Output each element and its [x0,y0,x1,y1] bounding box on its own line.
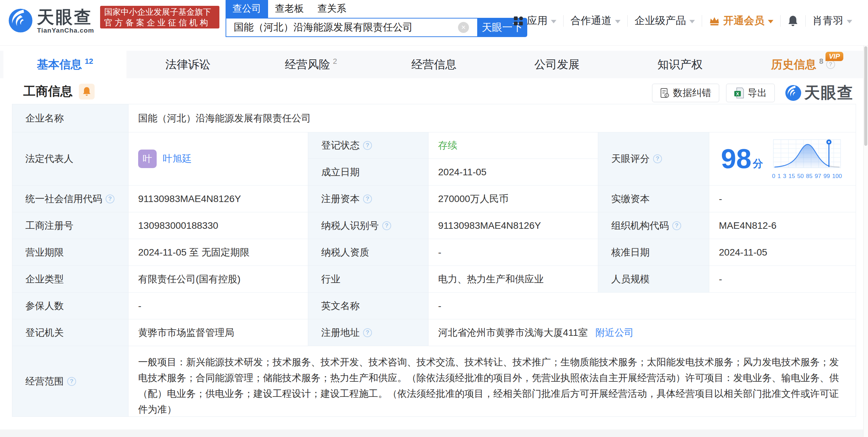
nav-user[interactable]: 肖青羽 [806,14,859,28]
nav-notifications[interactable] [781,15,805,27]
eye-logo-icon [8,8,33,33]
est-date-value: 2024-11-05 [429,159,598,186]
reg-authority-value: 黄骅市市场监督管理局 [129,319,308,346]
company-name-value: 国能（河北）沿海能源发展有限责任公司 [129,104,856,132]
business-term-value: 2024-11-05 至 无固定期限 [129,239,308,266]
clear-search-icon[interactable]: × [458,22,469,33]
help-icon[interactable]: ? [363,194,372,203]
tianyancha-company-page: 天眼查 TianYanCha.com 国家中小企业发展子基金旗下 官方备案企业征… [0,0,868,437]
credit-code-value: 91130983MAE4N8126Y [129,186,308,212]
help-icon[interactable]: ? [67,377,76,386]
export-button[interactable]: X 导出 [726,84,775,102]
field-label: 登记机关 [12,319,129,346]
field-label: 实缴资本 [598,186,709,212]
field-label: 工商注册号 [12,212,129,239]
company-type-value: 有限责任公司(国有控股) [129,266,308,293]
chevron-down-icon [768,20,773,23]
score-value: 98 [721,145,751,173]
scrollbar-thumb[interactable] [864,46,867,146]
business-scope-value: 一般项目：新兴能源技术研发；技术服务、技术开发、技术咨询、技术交流、技术转让、技… [129,346,856,416]
legal-rep-link[interactable]: 叶旭廷 [163,152,192,165]
field-label: 统一社会信用代码 ? [12,186,129,212]
username: 肖青羽 [812,14,843,28]
business-info-table: 企业名称 国能（河北）沿海能源发展有限责任公司 法定代表人 叶 叶旭廷 登记状态… [12,104,856,417]
reg-number-value: 130983000188330 [129,212,308,239]
tab-company-development[interactable]: 公司发展 [495,51,618,78]
field-label: 法定代表人 [12,132,129,186]
crown-icon [709,16,720,26]
tab-history-info[interactable]: 历史信息 8 ? VIP [742,51,865,78]
help-icon[interactable]: ? [382,221,391,230]
top-nav: 应用 合作通道 企业级产品 开通会员 [506,14,859,28]
help-icon[interactable]: ? [826,60,835,69]
nav-apps[interactable]: 应用 [506,14,563,28]
nav-enterprise-products[interactable]: 企业级产品 [628,14,702,28]
scrollbar-track[interactable] [863,0,868,437]
legal-rep-cell: 叶 叶旭廷 [129,132,308,186]
tab-legal-proceedings[interactable]: 法律诉讼 [126,51,250,78]
field-label: 营业期限 [12,239,129,266]
data-correction-button[interactable]: 数据纠错 [652,84,719,102]
taxpayer-quality-value: - [429,239,598,266]
field-label: 天眼评分 ? [598,132,709,186]
reg-address-value: 河北省沧州市黄骅市浅海大厦411室 [438,326,588,339]
help-icon[interactable]: ? [653,154,662,163]
field-label: 企业名称 [12,104,129,132]
vip-badge: VIP [825,52,843,61]
nav-open-vip[interactable]: 开通会员 [702,14,780,28]
field-label: 核准日期 [598,239,709,266]
bell-icon [787,15,798,27]
gov-certification-badge: 国家中小企业发展子基金旗下 官方备案企业征信机构 [100,6,219,28]
svg-text:X: X [736,91,739,96]
excel-icon: X [734,87,744,99]
apps-grid-icon [513,16,523,26]
reg-status-value: 存续 [429,132,598,159]
search-tabs: 查公司 查老板 查关系 [226,2,527,18]
watermark-logo: 天眼查 [785,82,854,104]
page-bottom-strip [0,429,868,437]
document-edit-icon [660,88,670,98]
search-tab-relation[interactable]: 查关系 [311,0,353,18]
field-label: 参保人数 [12,293,129,319]
help-icon[interactable]: ? [672,221,681,230]
eye-logo-icon [785,85,801,101]
insured-count-value: - [129,293,308,319]
reg-address-cell: 河北省沧州市黄骅市浅海大厦411室 附近公司 [429,319,856,346]
score-axis-labels: 01 315 5085 9799 100 [772,173,842,180]
approval-date-value: 2024-11-05 [709,239,856,266]
nearby-companies-link[interactable]: 附近公司 [595,326,634,339]
nav-cooperation[interactable]: 合作通道 [564,14,627,28]
tab-basic-info[interactable]: 基本信息 12 [3,51,126,78]
chevron-down-icon [689,20,695,23]
help-icon[interactable]: ? [106,194,114,203]
badge-line1: 国家中小企业发展子基金旗下 [104,7,215,17]
help-icon[interactable]: ? [363,141,372,150]
chevron-down-icon [847,20,852,23]
reg-capital-value: 270000万人民币 [429,186,598,212]
field-label: 英文名称 [308,293,429,319]
search-tab-boss[interactable]: 查老板 [268,0,311,18]
score-cell[interactable]: 98 分 [709,132,856,186]
search-tab-company[interactable]: 查公司 [226,0,268,18]
tianyancha-logo[interactable]: 天眼查 TianYanCha.com [8,8,94,34]
industry-value: 电力、热力生产和供应业 [429,266,598,293]
section-title: 工商信息 [23,83,73,100]
paid-capital-value: - [709,186,856,212]
staff-size-value: - [709,266,856,293]
tab-business-info[interactable]: 经营信息 [373,51,496,78]
badge-line2: 官方备案企业征信机构 [104,17,215,28]
logo-title: 天眼查 [37,8,94,26]
tab-operational-risk[interactable]: 经营风险 2 [250,51,373,78]
field-label: 纳税人识别号 ? [308,212,429,239]
field-label: 行业 [308,266,429,293]
logo-domain: TianYanCha.com [37,27,94,34]
subscribe-bell-icon[interactable] [79,84,95,99]
chevron-down-icon [615,20,620,23]
search-input[interactable] [226,18,477,37]
tab-intellectual-property[interactable]: 知识产权 [618,51,742,78]
field-label: 纳税人资质 [308,239,429,266]
help-icon[interactable]: ? [363,328,372,337]
avatar[interactable]: 叶 [138,150,157,168]
score-distribution-chart: 01 315 5085 9799 100 [772,138,842,180]
field-label: 注册资本 ? [308,186,429,212]
